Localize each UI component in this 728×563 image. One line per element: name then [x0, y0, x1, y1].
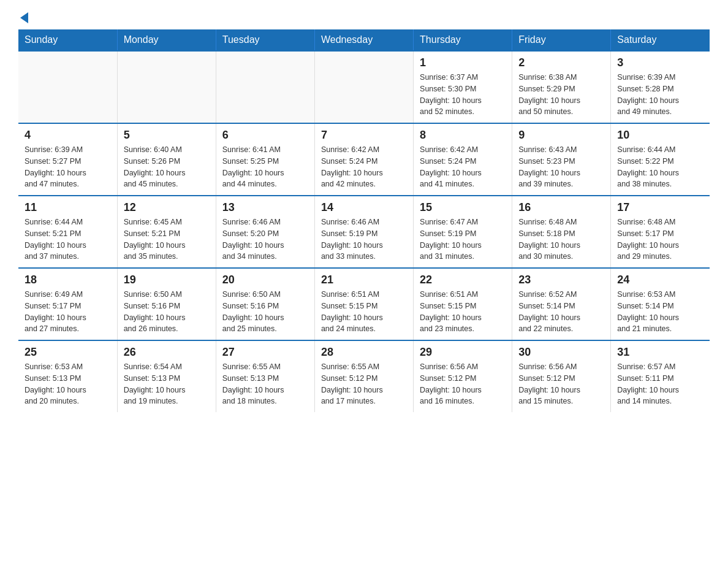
- calendar-cell: 20Sunrise: 6:50 AMSunset: 5:16 PMDayligh…: [216, 268, 314, 340]
- day-info: Sunrise: 6:56 AMSunset: 5:12 PMDaylight:…: [518, 361, 604, 407]
- day-info: Sunrise: 6:39 AMSunset: 5:27 PMDaylight:…: [25, 144, 111, 190]
- day-number: 11: [25, 201, 111, 214]
- day-info: Sunrise: 6:55 AMSunset: 5:13 PMDaylight:…: [222, 361, 308, 407]
- day-number: 25: [25, 346, 111, 359]
- day-info: Sunrise: 6:53 AMSunset: 5:14 PMDaylight:…: [617, 289, 703, 335]
- week-row-3: 11Sunrise: 6:44 AMSunset: 5:21 PMDayligh…: [18, 196, 710, 268]
- weekday-header-wednesday: Wednesday: [314, 29, 413, 51]
- calendar-cell: 7Sunrise: 6:42 AMSunset: 5:24 PMDaylight…: [314, 123, 413, 196]
- day-info: Sunrise: 6:54 AMSunset: 5:13 PMDaylight:…: [124, 361, 210, 407]
- day-info: Sunrise: 6:47 AMSunset: 5:19 PMDaylight:…: [420, 216, 506, 262]
- day-info: Sunrise: 6:45 AMSunset: 5:21 PMDaylight:…: [124, 216, 210, 262]
- day-number: 28: [321, 346, 407, 359]
- calendar-cell: 25Sunrise: 6:53 AMSunset: 5:13 PMDayligh…: [18, 340, 117, 412]
- calendar-body: 1Sunrise: 6:37 AMSunset: 5:30 PMDaylight…: [18, 51, 710, 412]
- weekday-header-tuesday: Tuesday: [216, 29, 314, 51]
- calendar-cell: 17Sunrise: 6:48 AMSunset: 5:17 PMDayligh…: [611, 196, 710, 268]
- day-number: 10: [617, 129, 703, 142]
- day-number: 5: [124, 129, 210, 142]
- day-number: 16: [518, 201, 604, 214]
- day-info: Sunrise: 6:49 AMSunset: 5:17 PMDaylight:…: [25, 289, 111, 335]
- day-info: Sunrise: 6:48 AMSunset: 5:18 PMDaylight:…: [518, 216, 604, 262]
- day-number: 29: [420, 346, 506, 359]
- day-number: 26: [124, 346, 210, 359]
- calendar-cell: 18Sunrise: 6:49 AMSunset: 5:17 PMDayligh…: [18, 268, 117, 340]
- day-number: 9: [518, 129, 604, 142]
- calendar-cell: 10Sunrise: 6:44 AMSunset: 5:22 PMDayligh…: [611, 123, 710, 196]
- day-number: 6: [222, 129, 308, 142]
- day-number: 1: [420, 56, 506, 69]
- day-number: 2: [518, 56, 604, 69]
- week-row-1: 1Sunrise: 6:37 AMSunset: 5:30 PMDaylight…: [18, 51, 710, 123]
- page-header: [18, 12, 710, 23]
- calendar-table: SundayMondayTuesdayWednesdayThursdayFrid…: [18, 29, 710, 412]
- day-number: 30: [518, 346, 604, 359]
- day-number: 12: [124, 201, 210, 214]
- day-info: Sunrise: 6:40 AMSunset: 5:26 PMDaylight:…: [124, 144, 210, 190]
- weekday-header-sunday: Sunday: [18, 29, 117, 51]
- day-number: 23: [518, 274, 604, 286]
- day-info: Sunrise: 6:51 AMSunset: 5:15 PMDaylight:…: [420, 289, 506, 335]
- day-number: 3: [617, 56, 703, 69]
- calendar-cell: 26Sunrise: 6:54 AMSunset: 5:13 PMDayligh…: [117, 340, 216, 412]
- day-number: 7: [321, 129, 407, 142]
- weekday-header-friday: Friday: [512, 29, 611, 51]
- calendar-cell: 5Sunrise: 6:40 AMSunset: 5:26 PMDaylight…: [117, 123, 216, 196]
- day-info: Sunrise: 6:51 AMSunset: 5:15 PMDaylight:…: [321, 289, 407, 335]
- calendar-cell: 15Sunrise: 6:47 AMSunset: 5:19 PMDayligh…: [414, 196, 512, 268]
- calendar-cell: 4Sunrise: 6:39 AMSunset: 5:27 PMDaylight…: [18, 123, 117, 196]
- day-number: 27: [222, 346, 308, 359]
- calendar-cell: [314, 51, 413, 123]
- weekday-header-monday: Monday: [117, 29, 216, 51]
- calendar-cell: 23Sunrise: 6:52 AMSunset: 5:14 PMDayligh…: [512, 268, 611, 340]
- calendar-cell: 3Sunrise: 6:39 AMSunset: 5:28 PMDaylight…: [611, 51, 710, 123]
- day-number: 14: [321, 201, 407, 214]
- day-number: 18: [25, 274, 111, 286]
- day-number: 22: [420, 274, 506, 286]
- day-info: Sunrise: 6:37 AMSunset: 5:30 PMDaylight:…: [420, 72, 506, 118]
- day-info: Sunrise: 6:48 AMSunset: 5:17 PMDaylight:…: [617, 216, 703, 262]
- day-info: Sunrise: 6:42 AMSunset: 5:24 PMDaylight:…: [420, 144, 506, 190]
- calendar-cell: 21Sunrise: 6:51 AMSunset: 5:15 PMDayligh…: [314, 268, 413, 340]
- day-info: Sunrise: 6:42 AMSunset: 5:24 PMDaylight:…: [321, 144, 407, 190]
- day-number: 21: [321, 274, 407, 286]
- day-number: 15: [420, 201, 506, 214]
- day-info: Sunrise: 6:57 AMSunset: 5:11 PMDaylight:…: [617, 361, 703, 407]
- day-info: Sunrise: 6:38 AMSunset: 5:29 PMDaylight:…: [518, 72, 604, 118]
- calendar-header: SundayMondayTuesdayWednesdayThursdayFrid…: [18, 29, 710, 51]
- calendar-cell: [117, 51, 216, 123]
- day-info: Sunrise: 6:44 AMSunset: 5:21 PMDaylight:…: [25, 216, 111, 262]
- day-info: Sunrise: 6:55 AMSunset: 5:12 PMDaylight:…: [321, 361, 407, 407]
- calendar-cell: 8Sunrise: 6:42 AMSunset: 5:24 PMDaylight…: [414, 123, 512, 196]
- weekday-header-row: SundayMondayTuesdayWednesdayThursdayFrid…: [18, 29, 710, 51]
- week-row-5: 25Sunrise: 6:53 AMSunset: 5:13 PMDayligh…: [18, 340, 710, 412]
- week-row-2: 4Sunrise: 6:39 AMSunset: 5:27 PMDaylight…: [18, 123, 710, 196]
- day-number: 31: [617, 346, 703, 359]
- calendar-cell: 2Sunrise: 6:38 AMSunset: 5:29 PMDaylight…: [512, 51, 611, 123]
- calendar-cell: 6Sunrise: 6:41 AMSunset: 5:25 PMDaylight…: [216, 123, 314, 196]
- day-info: Sunrise: 6:41 AMSunset: 5:25 PMDaylight:…: [222, 144, 308, 190]
- calendar-cell: 19Sunrise: 6:50 AMSunset: 5:16 PMDayligh…: [117, 268, 216, 340]
- weekday-header-thursday: Thursday: [414, 29, 512, 51]
- day-info: Sunrise: 6:53 AMSunset: 5:13 PMDaylight:…: [25, 361, 111, 407]
- day-number: 13: [222, 201, 308, 214]
- week-row-4: 18Sunrise: 6:49 AMSunset: 5:17 PMDayligh…: [18, 268, 710, 340]
- calendar-cell: 1Sunrise: 6:37 AMSunset: 5:30 PMDaylight…: [414, 51, 512, 123]
- day-info: Sunrise: 6:46 AMSunset: 5:20 PMDaylight:…: [222, 216, 308, 262]
- calendar-cell: 29Sunrise: 6:56 AMSunset: 5:12 PMDayligh…: [414, 340, 512, 412]
- day-info: Sunrise: 6:46 AMSunset: 5:19 PMDaylight:…: [321, 216, 407, 262]
- calendar-cell: 12Sunrise: 6:45 AMSunset: 5:21 PMDayligh…: [117, 196, 216, 268]
- calendar-cell: 27Sunrise: 6:55 AMSunset: 5:13 PMDayligh…: [216, 340, 314, 412]
- day-number: 19: [124, 274, 210, 286]
- logo-arrow-icon: [20, 12, 28, 23]
- calendar-cell: [216, 51, 314, 123]
- day-info: Sunrise: 6:39 AMSunset: 5:28 PMDaylight:…: [617, 72, 703, 118]
- logo: [18, 12, 28, 23]
- day-info: Sunrise: 6:50 AMSunset: 5:16 PMDaylight:…: [222, 289, 308, 335]
- day-info: Sunrise: 6:52 AMSunset: 5:14 PMDaylight:…: [518, 289, 604, 335]
- calendar-cell: 30Sunrise: 6:56 AMSunset: 5:12 PMDayligh…: [512, 340, 611, 412]
- day-number: 17: [617, 201, 703, 214]
- calendar-cell: 11Sunrise: 6:44 AMSunset: 5:21 PMDayligh…: [18, 196, 117, 268]
- calendar-cell: 28Sunrise: 6:55 AMSunset: 5:12 PMDayligh…: [314, 340, 413, 412]
- calendar-cell: 22Sunrise: 6:51 AMSunset: 5:15 PMDayligh…: [414, 268, 512, 340]
